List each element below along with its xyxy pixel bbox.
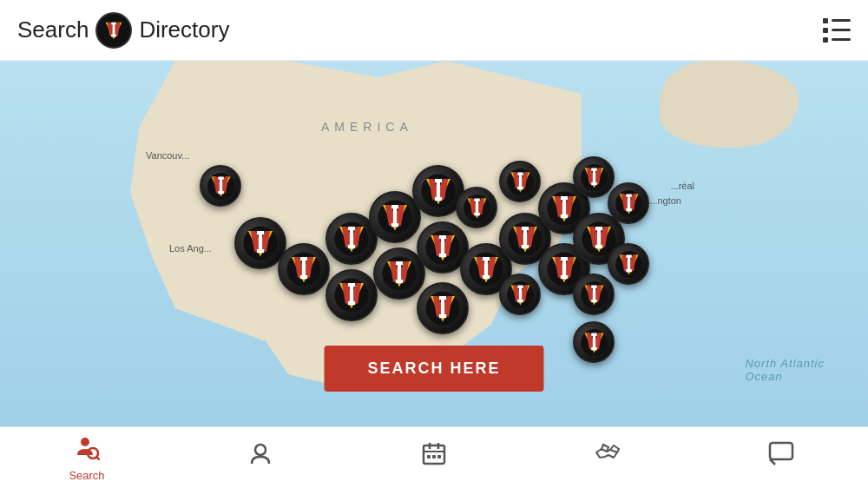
map-pin-17[interactable] [573, 156, 615, 198]
svg-line-146 [97, 457, 101, 460]
svg-rect-29 [350, 229, 353, 247]
svg-rect-35 [350, 286, 353, 303]
vancouver-label: Vancouv... [146, 150, 189, 161]
svg-point-147 [255, 445, 266, 455]
menu-line-1 [832, 19, 851, 22]
menu-button[interactable] [823, 18, 851, 43]
search-person-icon [74, 434, 100, 466]
map-pin-21[interactable] [608, 243, 649, 285]
svg-rect-11 [219, 178, 221, 191]
map-pin-2[interactable] [278, 243, 330, 295]
svg-rect-101 [562, 199, 566, 216]
map-pin-22[interactable] [573, 321, 615, 363]
map-area[interactable]: AMERICA North AtlanticOcean Los Ang... V… [0, 61, 868, 426]
svg-rect-53 [437, 181, 440, 199]
svg-rect-152 [427, 455, 431, 458]
svg-rect-107 [562, 260, 566, 277]
svg-rect-65 [441, 299, 444, 316]
nav-item-handshake[interactable] [521, 440, 694, 475]
svg-rect-119 [597, 229, 601, 247]
svg-rect-154 [437, 455, 441, 458]
svg-rect-131 [627, 195, 629, 208]
app-logo[interactable] [95, 12, 132, 49]
calendar-icon [421, 440, 447, 472]
handshake-icon [595, 440, 621, 472]
svg-rect-113 [592, 169, 595, 182]
menu-line-3 [832, 38, 851, 41]
svg-rect-125 [592, 287, 595, 300]
svg-rect-41 [393, 208, 397, 225]
menu-dot-3 [823, 37, 828, 43]
nav-item-calendar[interactable] [347, 440, 521, 475]
menu-dot-1 [823, 18, 828, 23]
greenland-land [660, 61, 799, 148]
svg-rect-47 [398, 264, 401, 281]
title-directory: Directory [139, 16, 229, 43]
menu-line-2 [832, 29, 851, 31]
svg-rect-23 [302, 260, 306, 277]
nav-label-search: Search [69, 469, 104, 482]
svg-rect-148 [424, 445, 444, 464]
washington-label: ...ngton [649, 195, 681, 206]
nav-item-search[interactable]: Search [0, 434, 174, 482]
search-here-button[interactable]: SEARCH HERE [324, 346, 543, 392]
map-pin-14[interactable] [499, 274, 541, 315]
bottom-navigation: Search [0, 426, 868, 488]
svg-rect-59 [441, 238, 444, 255]
nav-item-profile[interactable] [174, 440, 347, 475]
svg-rect-95 [518, 287, 521, 300]
svg-rect-143 [592, 334, 595, 347]
svg-rect-5 [113, 23, 115, 35]
svg-rect-155 [770, 443, 792, 459]
map-pin-19[interactable] [573, 274, 615, 315]
map-pin-20[interactable] [608, 182, 649, 224]
nav-item-chat[interactable] [694, 440, 868, 475]
svg-rect-153 [432, 455, 436, 458]
svg-rect-77 [484, 260, 488, 277]
map-pin-10[interactable] [456, 187, 497, 228]
map-pin-4[interactable] [326, 269, 378, 321]
svg-rect-71 [475, 200, 477, 213]
map-pin-9[interactable] [417, 282, 469, 334]
map-pin-12[interactable] [499, 161, 541, 202]
chat-icon [768, 440, 794, 472]
svg-rect-83 [518, 174, 521, 187]
title-search: Search [17, 16, 89, 43]
map-pin-0[interactable] [200, 165, 241, 207]
menu-dot-2 [823, 28, 828, 33]
app-header: Search Directory [0, 0, 868, 61]
atlantic-label: North AtlanticOcean [745, 357, 825, 383]
svg-point-144 [81, 438, 89, 446]
svg-rect-89 [523, 229, 527, 247]
america-label: AMERICA [321, 120, 413, 134]
header-left: Search Directory [17, 12, 229, 49]
svg-rect-137 [627, 256, 629, 269]
profile-icon [247, 440, 273, 472]
svg-rect-17 [259, 234, 262, 251]
montreal-label: ...réal [670, 181, 694, 191]
